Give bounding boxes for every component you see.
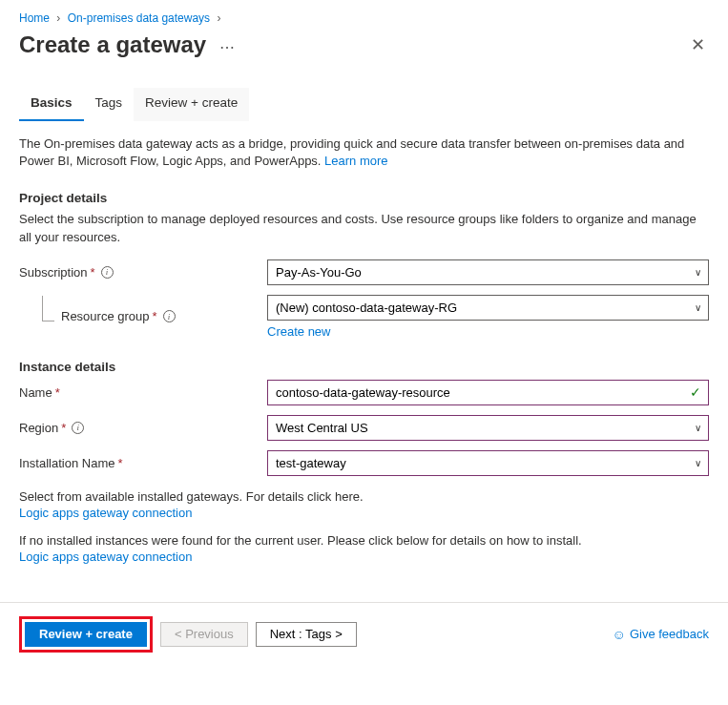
resource-group-label: Resource group (61, 309, 150, 323)
no-instances-text: If no installed instances were found for… (19, 533, 582, 548)
tab-review-create[interactable]: Review + create (134, 88, 249, 121)
give-feedback-link[interactable]: ☺ Give feedback (613, 627, 709, 642)
resource-group-select[interactable] (267, 295, 709, 321)
review-create-highlight: Review + create (19, 616, 153, 653)
next-button[interactable]: Next : Tags > (256, 622, 357, 647)
breadcrumb-home[interactable]: Home (19, 11, 50, 25)
page-title: Create a gateway (19, 31, 206, 57)
gateway-connection-link-1[interactable]: Logic apps gateway connection (19, 506, 709, 520)
installation-name-select[interactable] (267, 450, 709, 476)
review-create-button[interactable]: Review + create (25, 622, 147, 647)
tab-basics[interactable]: Basics (19, 88, 84, 121)
gateway-connection-link-2[interactable]: Logic apps gateway connection (19, 549, 709, 564)
info-icon[interactable]: i (163, 310, 176, 322)
more-actions-icon[interactable]: ⋯ (219, 39, 235, 55)
learn-more-link[interactable]: Learn more (324, 154, 387, 168)
required-marker: * (91, 265, 95, 280)
region-select[interactable] (267, 415, 709, 441)
breadcrumb: Home › On-premises data gateways › (19, 0, 709, 25)
chevron-right-icon: › (56, 11, 60, 25)
feedback-label: Give feedback (630, 627, 709, 641)
required-marker: * (153, 309, 157, 323)
name-input[interactable] (267, 380, 709, 405)
name-label: Name (19, 385, 52, 400)
chevron-right-icon: › (217, 11, 220, 25)
region-label: Region (19, 421, 58, 435)
installation-name-label: Installation Name (19, 456, 114, 470)
instance-details-header: Instance details (19, 360, 709, 374)
tab-bar: Basics Tags Review + create (19, 88, 709, 122)
tab-tags[interactable]: Tags (84, 88, 135, 121)
close-icon[interactable]: ✕ (687, 31, 709, 59)
required-marker: * (61, 421, 66, 435)
info-icon[interactable]: i (72, 422, 84, 434)
project-details-header: Project details (19, 191, 709, 205)
required-marker: * (117, 456, 122, 470)
previous-button: < Previous (160, 622, 248, 647)
required-marker: * (55, 385, 60, 400)
breadcrumb-gateways[interactable]: On-premises data gateways (68, 11, 210, 25)
footer-bar: Review + create < Previous Next : Tags >… (0, 602, 728, 666)
subscription-label: Subscription (19, 265, 88, 280)
subscription-select[interactable] (267, 259, 709, 285)
available-gateways-text: Select from available installed gateways… (19, 489, 364, 504)
feedback-icon: ☺ (613, 627, 626, 642)
info-icon[interactable]: i (101, 266, 114, 279)
intro-text: The On-premises data gateway acts as a b… (19, 135, 709, 170)
create-new-rg-link[interactable]: Create new (267, 324, 330, 339)
project-details-desc: Select the subscription to manage deploy… (19, 211, 709, 245)
